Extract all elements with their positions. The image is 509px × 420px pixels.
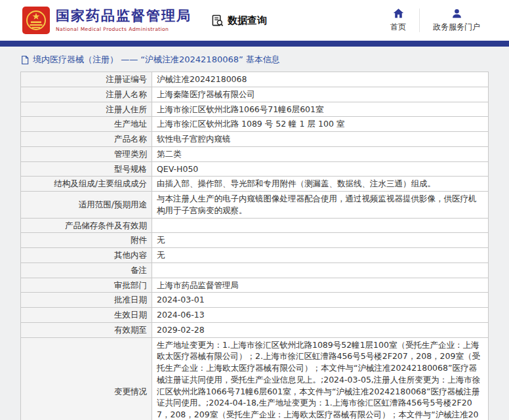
row-value: 第二类 xyxy=(152,146,489,161)
user-icon xyxy=(451,8,462,19)
row-value: 与本注册人生产的电子内窥镜图像处理器配合使用，通过视频监视器提供影像，供医疗机构… xyxy=(152,192,489,219)
row-label: 生产地址 xyxy=(21,117,152,132)
row-label: 备注 xyxy=(21,262,152,278)
breadcrumb: 境内医疗器械（注册） —— “沪械注准20242180068” 基本信息 xyxy=(21,54,509,66)
row-label: 适用范围/预期用途 xyxy=(21,192,152,219)
page-title: 境内医疗器械（注册） —— “沪械注准20242180068” 基本信息 xyxy=(33,54,280,66)
home-nav[interactable]: 首页 xyxy=(377,8,419,33)
row-label: 产品名称 xyxy=(21,132,152,147)
row-label: 管理类别 xyxy=(21,146,152,161)
agency-subtitle: National Medical Products Administration xyxy=(56,26,192,32)
portal-label: 政务服务门户 xyxy=(433,22,480,33)
data-query-label: 数据查询 xyxy=(228,14,267,27)
header-accent-bar xyxy=(0,41,509,47)
table-row: 其他内容 无 xyxy=(21,248,489,263)
table-row: 结构及组成/主要组成成分 由插入部、操作部、导光部和专用附件（测漏盖、数据线、注… xyxy=(21,177,489,192)
table-row: 注册人名称 上海秦隆医疗器械有限公司 xyxy=(21,87,489,102)
row-value xyxy=(152,218,489,233)
table-row: 适用范围/预期用途 与本注册人生产的电子内窥镜图像处理器配合使用，通过视频监视器… xyxy=(21,192,489,219)
table-row: 备注 xyxy=(21,262,489,278)
table-row: 有效期至 2029-02-28 xyxy=(21,322,489,337)
table-row: 批准日期 2024-03-01 xyxy=(21,293,489,308)
national-emblem-icon xyxy=(22,7,50,34)
home-icon xyxy=(393,8,404,19)
row-label: 附件 xyxy=(21,233,152,248)
row-label: 其他内容 xyxy=(21,248,152,263)
table-row: 管理类别 第二类 xyxy=(21,146,489,161)
table-row: 生产地址 上海市徐汇区钦州北路 1089 号 52 幢 1 层 100 室 xyxy=(21,117,489,132)
table-row: 型号规格 QEV-H050 xyxy=(21,161,489,177)
row-label: 有效期至 xyxy=(21,322,152,337)
agency-title: 国家药品监督管理局 xyxy=(56,9,192,24)
row-label: 生效日期 xyxy=(21,308,152,323)
row-value: 上海市徐汇区钦州北路 1089 号 52 幢 1 层 100 室 xyxy=(152,117,489,132)
row-value: 软性电子宫腔内窥镜 xyxy=(152,132,489,147)
site-header: 国家药品监督管理局 National Medical Products Admi… xyxy=(0,0,509,41)
table-row: 审批部门 上海市药品监督管理局 xyxy=(21,278,489,293)
row-value: 生产地址变更为：1.上海市徐汇区钦州北路1089号52幢1层100室（受托生产企… xyxy=(152,337,489,420)
row-value xyxy=(152,262,489,278)
row-label: 批准日期 xyxy=(21,293,152,308)
row-value: QEV-H050 xyxy=(152,161,489,177)
table-row: 注册人住所 上海市徐汇区钦州北路1066号71幢6层601室 xyxy=(21,102,489,117)
table-row: 产品储存条件及有效期 xyxy=(21,218,489,233)
registration-info-table: 注册证编号 沪械注准20242180068 注册人名称 上海秦隆医疗器械有限公司… xyxy=(20,72,489,420)
row-value: 上海秦隆医疗器械有限公司 xyxy=(152,87,489,102)
document-icon xyxy=(21,55,29,65)
table-row: 产品名称 软性电子宫腔内窥镜 xyxy=(21,132,489,147)
row-value: 上海市徐汇区钦州北路1066号71幢6层601室 xyxy=(152,102,489,117)
data-query-icon xyxy=(211,14,224,27)
main-content: 境内医疗器械（注册） —— “沪械注准20242180068” 基本信息 注册证… xyxy=(0,47,509,420)
row-label: 注册人住所 xyxy=(21,102,152,117)
data-query-nav[interactable]: 数据查询 xyxy=(211,14,267,27)
row-label: 型号规格 xyxy=(21,161,152,177)
table-row: 生效日期 2024-06-13 xyxy=(21,308,489,323)
row-label: 变更情况 xyxy=(21,337,152,420)
nmpa-brand: 国家药品监督管理局 National Medical Products Admi… xyxy=(22,7,192,34)
row-label: 产品储存条件及有效期 xyxy=(21,218,152,233)
row-value: 无 xyxy=(152,233,489,248)
row-value: 由插入部、操作部、导光部和专用附件（测漏盖、数据线、注水三通）组成。 xyxy=(152,177,489,192)
row-value: 2024-03-01 xyxy=(152,293,489,308)
table-row: 附件 无 xyxy=(21,233,489,248)
home-label: 首页 xyxy=(390,22,406,33)
brand-text: 国家药品监督管理局 National Medical Products Admi… xyxy=(56,9,192,32)
row-value: 无 xyxy=(152,248,489,263)
row-label: 审批部门 xyxy=(21,278,152,293)
table-row: 注册证编号 沪械注准20242180068 xyxy=(21,72,489,87)
table-row: 变更情况 生产地址变更为：1.上海市徐汇区钦州北路1089号52幢1层100室（… xyxy=(21,337,489,420)
row-value: 2024-06-13 xyxy=(152,308,489,323)
row-label: 结构及组成/主要组成成分 xyxy=(21,177,152,192)
row-value: 上海市药品监督管理局 xyxy=(152,278,489,293)
portal-nav[interactable]: 政务服务门户 xyxy=(420,8,493,33)
top-nav: 首页 政务服务门户 xyxy=(377,8,493,33)
row-label: 注册人名称 xyxy=(21,87,152,102)
row-value: 沪械注准20242180068 xyxy=(152,72,489,87)
row-value: 2029-02-28 xyxy=(152,322,489,337)
row-label: 注册证编号 xyxy=(21,72,152,87)
